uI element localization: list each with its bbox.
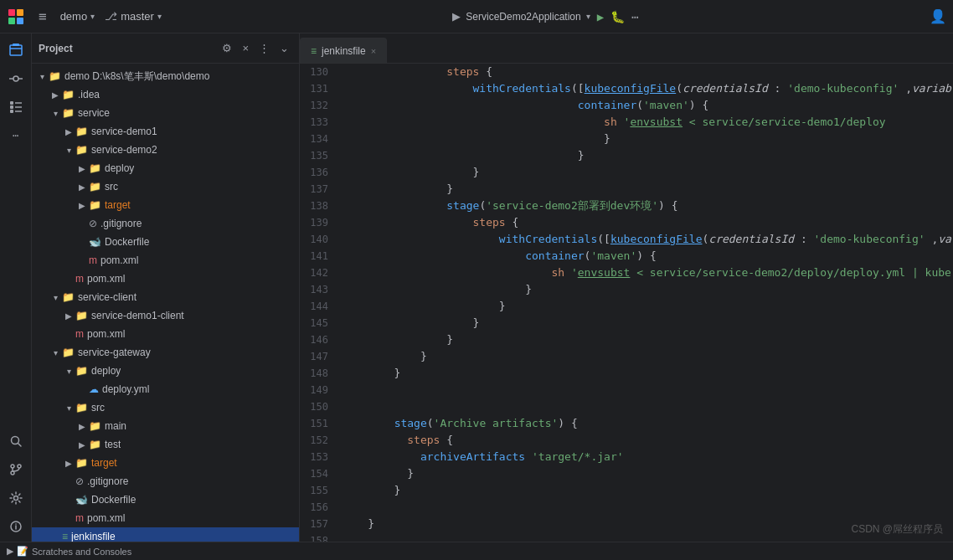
tree-item-pom-client[interactable]: m pom.xml [32,325,299,343]
panel-gear-icon[interactable]: ⚙ [219,40,235,56]
expand-arrow-main-gw[interactable]: ▶ [75,419,89,433]
branch-icon: ⎇ [105,10,117,23]
expand-arrow-deploy-sd2[interactable]: ▶ [75,162,89,175]
tree-item-pom-sd2[interactable]: m pom.xml [32,251,299,270]
project-dropdown[interactable]: demo ▾ [60,10,95,23]
code-line-146: 146 } [300,331,953,348]
sidebar-settings-icon[interactable] [3,485,29,511]
tree-item-test-gw[interactable]: ▶ 📁 test [32,435,299,454]
line-code-133: sh 'envsubst < service/service-demo1/dep… [342,114,886,131]
expand-arrow-demo[interactable]: ▾ [35,69,49,83]
tree-item-service-demo2[interactable]: ▾ 📁 service-demo2 [32,141,299,159]
sidebar-structure-icon[interactable] [3,94,29,121]
tree-item-service-client[interactable]: ▾ 📁 service-client [32,288,299,306]
code-editor: 130 steps { 131 withCredentials([kubecon… [300,64,953,542]
tree-label-deploy-yml: deploy.yml [102,383,149,395]
tree-item-src-sd2[interactable]: ▶ 📁 src [32,177,299,196]
line-num-156: 156 [300,499,342,516]
tree-item-idea[interactable]: ▶ 📁 .idea [32,85,299,104]
titlebar-right: 👤 [930,8,946,24]
line-num-149: 149 [300,382,342,398]
expand-arrow-target-sd2[interactable]: ▶ [75,198,89,212]
tree-item-gitignore-sd2[interactable]: ⊘ .gitignore [32,214,299,233]
tree-item-pom-gw[interactable]: m pom.xml [32,509,299,527]
dockerfile-sd2-icon: 🐋 [89,236,101,248]
tree-item-target-gw[interactable]: ▶ 📁 target [32,454,299,472]
tree-item-service-demo1[interactable]: ▶ 📁 service-demo1 [32,122,299,141]
app-logo [7,8,25,26]
expand-arrow-src-gw[interactable]: ▾ [62,401,75,414]
hamburger-menu-icon[interactable]: ≡ [35,5,50,28]
tree-item-jenkinsfile[interactable]: ≡ jenkinsfile [32,527,299,542]
tab-close-jenkinsfile[interactable]: × [371,46,376,56]
run-button[interactable]: ▶ [597,10,604,23]
tree-label-idea: .idea [78,89,100,100]
tree-item-service-gateway[interactable]: ▾ 📁 service-gateway [32,343,299,362]
expand-arrow-test-gw[interactable]: ▶ [75,438,89,451]
tree-item-pom-root[interactable]: m pom.xml [32,270,299,288]
src-sd2-folder-icon: 📁 [89,181,101,193]
code-line-139: 139 steps { [300,214,953,231]
tree-item-dockerfile-gw[interactable]: 🐋 Dockerfile [32,491,299,509]
line-num-132: 132 [300,97,342,114]
gitignore-sd2-icon: ⊘ [89,218,97,229]
bottom-expand-icon[interactable]: ▶ [7,546,13,557]
main-content: ⋯ [0,33,953,542]
line-code-151: stage('Archive artifacts') { [342,415,578,432]
line-num-130: 130 [300,64,342,80]
tree-item-service-demo1-client[interactable]: ▶ 📁 service-demo1-client [32,306,299,325]
sidebar-bottom-icon[interactable] [3,513,29,540]
line-code-137: } [342,181,453,198]
sidebar-project-icon[interactable] [3,37,29,64]
service-client-folder-icon: 📁 [62,291,75,303]
pom-client-icon: m [75,328,84,340]
code-line-135: 135 } [300,147,953,164]
code-line-153: 153 archiveArtifacts 'target/*.jar' [300,449,953,465]
code-content[interactable]: 130 steps { 131 withCredentials([kubecon… [300,64,953,542]
expand-arrow-service-gateway[interactable]: ▾ [49,346,62,359]
debug-icon[interactable]: 🐛 [610,10,625,23]
expand-arrow-service-demo2[interactable]: ▾ [62,143,75,157]
panel-collapse-icon[interactable]: ⌄ [276,40,292,56]
expand-arrow-deploy-gw[interactable]: ▾ [62,364,75,378]
tree-item-deploy-gw[interactable]: ▾ 📁 deploy [32,362,299,380]
expand-arrow-idea[interactable]: ▶ [49,88,62,101]
sidebar-more-icon[interactable]: ⋯ [3,122,29,149]
line-code-134: } [342,131,610,147]
bottom-scratches-label: ▶ 📝 Scratches and Consoles [7,546,131,557]
expand-arrow-service-client[interactable]: ▾ [49,290,62,304]
expand-arrow-service[interactable]: ▾ [49,106,62,120]
tree-item-deploy-yml[interactable]: ☁ deploy.yml [32,380,299,398]
sidebar-commit-icon[interactable] [3,65,29,92]
expand-arrow-service-demo1-client[interactable]: ▶ [62,309,75,322]
tree-item-target-sd2[interactable]: ▶ 📁 target [32,196,299,214]
expand-arrow-target-gw[interactable]: ▶ [62,456,75,470]
tree-label-target-gw: target [91,457,117,469]
tab-jenkinsfile[interactable]: ≡ jenkinsfile × [300,38,387,63]
user-avatar-icon[interactable]: 👤 [930,8,946,24]
expand-arrow-src-sd2[interactable]: ▶ [75,180,89,193]
line-num-136: 136 [300,164,342,181]
panel-more-icon[interactable]: ⋮ [255,40,273,56]
panel-close-icon[interactable]: × [239,40,252,56]
code-line-136: 136 } [300,164,953,181]
more-options-icon[interactable]: ⋯ [631,10,638,23]
svg-rect-9 [10,101,13,105]
tree-item-gitignore-gw[interactable]: ⊘ .gitignore [32,472,299,491]
project-chevron-icon: ▾ [90,12,95,21]
branch-name: master [121,10,154,23]
tree-item-demo[interactable]: ▾ 📁 demo D:\k8s\笔丰斯\demo\demo [32,67,299,85]
expand-arrow-service-demo1[interactable]: ▶ [62,125,75,138]
branch-dropdown[interactable]: ⎇ master ▾ [105,10,162,23]
sidebar-search-icon[interactable] [3,428,29,455]
tree-label-service-demo1-client: service-demo1-client [91,310,184,321]
tree-label-pom-sd2: pom.xml [100,254,138,266]
tree-item-main-gw[interactable]: ▶ 📁 main [32,417,299,435]
code-line-144: 144 } [300,298,953,315]
tree-item-src-gw[interactable]: ▾ 📁 src [32,398,299,417]
tree-item-dockerfile-sd2[interactable]: 🐋 Dockerfile [32,233,299,251]
tree-item-service[interactable]: ▾ 📁 service [32,104,299,122]
sidebar-git-icon[interactable] [3,456,29,483]
tree-item-deploy-sd2[interactable]: ▶ 📁 deploy [32,159,299,177]
deploy-gw-folder-icon: 📁 [75,365,88,377]
